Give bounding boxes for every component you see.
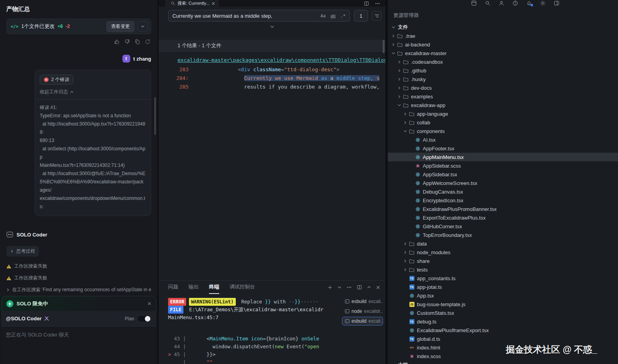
error-count-badge[interactable]: 2 个错误 (40, 75, 73, 85)
tree-file[interactable]: EncryptedIcon.tsx (388, 196, 618, 205)
scrollbar[interactable] (383, 40, 385, 53)
layout-panel-icon[interactable] (553, 0, 560, 6)
tree-file[interactable]: TSapp_constants.ts (388, 274, 618, 283)
tree-folder[interactable]: app-language (388, 109, 618, 118)
tree-file[interactable]: App.tsx (388, 291, 618, 300)
tree-folder[interactable]: share (388, 257, 618, 265)
tree-file[interactable]: TSapp-jotai.ts (388, 283, 618, 291)
search-count-input[interactable]: 1 (354, 10, 368, 22)
terminal-task-item[interactable]: esbuildexcali... (342, 297, 383, 306)
search-icon[interactable] (485, 0, 491, 6)
chevron-right-icon (396, 69, 402, 72)
tree-file[interactable]: JSbug-issue-template.js (388, 300, 618, 309)
thumbs-up-icon[interactable] (114, 39, 120, 44)
terminal-task-item[interactable]: nodeexcalidr... (342, 307, 383, 316)
tab-search-editor[interactable]: 搜索: Currently... (165, 0, 219, 7)
panel-tab[interactable]: 终端 (209, 281, 219, 294)
agent-chip[interactable]: @SOLO Coder (6, 316, 49, 322)
terminal-file-line: MainMenu.tsx:45:7 (168, 314, 342, 322)
workspace-search-step[interactable]: 在工作区搜索 'Find any remaining occurrences o… (6, 286, 151, 293)
more-actions-icon[interactable] (375, 3, 380, 4)
split-terminal-icon[interactable] (357, 285, 362, 290)
chat-input[interactable]: 您正在与 SOLO Coder 聊天 (1, 327, 156, 364)
panel-tab[interactable]: 问题 (168, 281, 178, 294)
folder-icon (396, 33, 403, 39)
tree-item-label: .github (411, 68, 426, 74)
regenerate-icon[interactable] (145, 39, 150, 44)
tree-folder[interactable]: examples (388, 92, 618, 101)
settings-icon[interactable] (540, 0, 546, 6)
tree-file[interactable]: AppWelcomeScreen.tsx (388, 179, 618, 187)
result-code-line[interactable]: 285 results if you describe a diagram, w… (159, 83, 385, 91)
tree-item-label: ExcalidrawPlusPromoBanner.tsx (423, 206, 497, 212)
account-icon[interactable] (498, 0, 505, 6)
close-promo-icon[interactable] (148, 302, 151, 305)
toggle-search-details-button[interactable] (372, 11, 381, 20)
terminal-dropdown-icon[interactable] (338, 286, 341, 289)
tree-file[interactable]: AppSidebar.tsx (388, 170, 618, 179)
thinking-process-toggle[interactable]: 思考过程 (6, 246, 39, 257)
split-editor-icon[interactable] (364, 1, 369, 6)
tree-file[interactable]: TSdebug.ts (388, 317, 618, 326)
plan-toggle[interactable] (137, 315, 152, 322)
tree-file[interactable]: AppFooter.tsx (388, 144, 618, 153)
window-icon[interactable] (471, 0, 477, 6)
result-code-line[interactable]: 283 <div className="ttd-dialog-desc"> (159, 65, 385, 74)
scrollbar[interactable] (154, 97, 156, 135)
panel-tab[interactable]: 输出 (189, 281, 199, 294)
tree-file[interactable]: AppSidebar.scss (388, 161, 618, 170)
result-code-line[interactable]: 284: Currently we use Mermaid as a middl… (159, 74, 385, 83)
regex-button[interactable]: .* (339, 13, 347, 19)
tree-file[interactable]: ExcalidrawPlusIframeExport.tsx (388, 326, 618, 334)
close-tab-icon[interactable] (212, 2, 215, 5)
tree-folder[interactable]: tests (388, 265, 618, 274)
tree-folder[interactable]: components (388, 127, 618, 135)
tree-folder[interactable]: excalidraw-master (388, 49, 618, 57)
close-panel-icon[interactable] (376, 286, 380, 289)
match-case-button[interactable]: Aa (319, 13, 327, 19)
notifications-icon[interactable] (526, 0, 532, 6)
collapse-search-header-icon[interactable] (159, 25, 385, 31)
section-files[interactable]: 文件 (388, 23, 618, 31)
panel-tab[interactable]: 调试控制台 (229, 281, 255, 294)
tree-file[interactable]: GitHubCorner.tsx (388, 222, 618, 231)
tree-file[interactable]: DebugCanvas.tsx (388, 187, 618, 196)
collapse-card-button[interactable] (137, 21, 148, 31)
tree-file[interactable]: AppMainMenu.tsx (388, 153, 618, 161)
tree-file[interactable]: ExportToExcalidrawPlus.tsx (388, 213, 618, 222)
tree-file[interactable]: TSglobal.d.ts (388, 334, 618, 343)
user-name: t zhang (133, 56, 152, 62)
tree-file[interactable]: CustomStats.tsx (388, 309, 618, 317)
tree-folder[interactable]: .husky (388, 75, 618, 83)
whole-word-button[interactable]: ab (329, 13, 337, 19)
tree-folder[interactable]: dev-docs (388, 83, 618, 92)
more-actions-icon[interactable] (347, 286, 352, 288)
terminal-output[interactable]: ERROR WARNING(ESLint) Replace }} with ··… (159, 294, 342, 364)
terminal-code-line: > 45 | }}> (168, 351, 342, 358)
search-input[interactable]: Currently we use Mermaid as a middle ste… (168, 10, 350, 22)
tree-file[interactable]: TopErrorBoundary.tsx (388, 231, 618, 239)
tree-file[interactable]: ExcalidrawPlusPromoBanner.tsx (388, 205, 618, 213)
chat-scroll-area[interactable]: 产物汇总 </> 1个文件已更改 +6 -2 查看变更 t t zhang 2 … (0, 0, 157, 296)
new-terminal-icon[interactable] (328, 285, 332, 290)
tree-folder[interactable]: ai-backend (388, 40, 618, 49)
view-changes-button[interactable]: 查看变更 (106, 21, 135, 32)
maximize-panel-icon[interactable] (367, 286, 371, 289)
task-name: esbuild (352, 299, 366, 304)
terminal-task-item[interactable]: esbuildexcali... (342, 317, 383, 325)
tree-folder[interactable]: .codesandbox (388, 57, 618, 66)
tree-folder[interactable]: node_modules (388, 248, 618, 257)
tree-file[interactable]: AI.tsx (388, 135, 618, 144)
tree-folder[interactable]: .trae (388, 31, 618, 40)
tree-folder[interactable]: .github (388, 66, 618, 75)
error-log-text: 错误 #1:TypeError: api.setAppState is not … (40, 103, 146, 211)
collapse-worklog-toggle[interactable]: 收起工作日志 (40, 89, 146, 95)
result-file-link[interactable]: excalidraw-master\packages\excalidraw\co… (178, 57, 385, 63)
section-outline[interactable]: 大纲 (388, 360, 618, 364)
tree-folder[interactable]: excalidraw-app (388, 101, 618, 109)
copy-icon[interactable] (135, 39, 140, 44)
tree-folder[interactable]: collab (388, 118, 618, 127)
tree-folder[interactable]: data (388, 239, 618, 248)
thumbs-down-icon[interactable] (124, 39, 130, 44)
help-icon[interactable] (512, 0, 518, 6)
